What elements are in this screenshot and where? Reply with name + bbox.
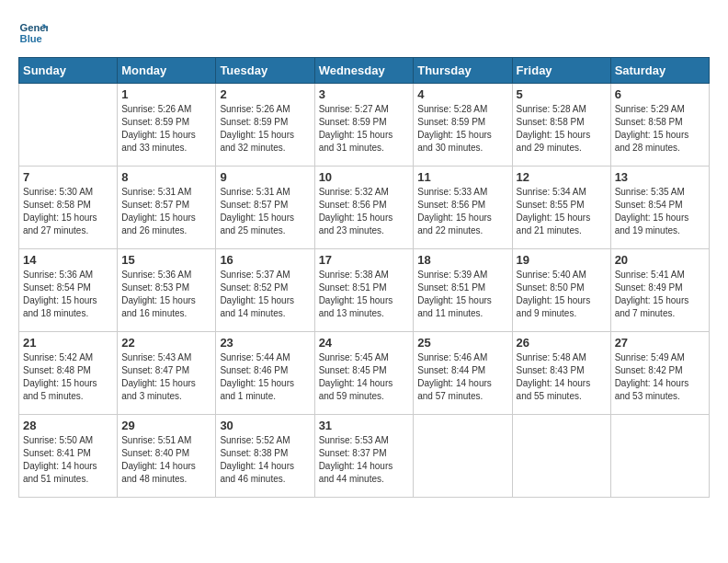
day-info: Sunrise: 5:39 AM Sunset: 8:51 PM Dayligh…: [417, 269, 507, 320]
calendar-cell: 9Sunrise: 5:31 AM Sunset: 8:57 PM Daylig…: [216, 167, 314, 249]
day-number: 19: [517, 253, 607, 267]
calendar-cell: 22Sunrise: 5:43 AM Sunset: 8:47 PM Dayli…: [118, 332, 216, 415]
day-info: Sunrise: 5:45 AM Sunset: 8:45 PM Dayligh…: [319, 351, 410, 403]
day-number: 2: [220, 87, 310, 101]
calendar-cell: 4Sunrise: 5:28 AM Sunset: 8:59 PM Daylig…: [414, 84, 512, 167]
calendar-cell: 18Sunrise: 5:39 AM Sunset: 8:51 PM Dayli…: [414, 249, 512, 332]
calendar-cell: 2Sunrise: 5:26 AM Sunset: 8:59 PM Daylig…: [216, 84, 314, 167]
calendar-cell: 8Sunrise: 5:31 AM Sunset: 8:57 PM Daylig…: [118, 167, 216, 249]
day-info: Sunrise: 5:44 AM Sunset: 8:46 PM Dayligh…: [220, 351, 310, 403]
day-info: Sunrise: 5:30 AM Sunset: 8:58 PM Dayligh…: [23, 186, 113, 237]
day-info: Sunrise: 5:52 AM Sunset: 8:38 PM Dayligh…: [220, 434, 310, 486]
day-number: 7: [23, 170, 113, 184]
day-number: 18: [417, 253, 507, 267]
svg-text:Blue: Blue: [20, 33, 42, 44]
day-info: Sunrise: 5:29 AM Sunset: 8:58 PM Dayligh…: [615, 103, 705, 155]
calendar-cell: 12Sunrise: 5:34 AM Sunset: 8:55 PM Dayli…: [512, 167, 610, 249]
day-number: 24: [319, 336, 410, 350]
day-info: Sunrise: 5:32 AM Sunset: 8:56 PM Dayligh…: [319, 186, 410, 237]
day-info: Sunrise: 5:35 AM Sunset: 8:54 PM Dayligh…: [615, 186, 705, 237]
day-number: 17: [319, 253, 410, 267]
day-number: 4: [417, 87, 507, 101]
calendar-cell: 13Sunrise: 5:35 AM Sunset: 8:54 PM Dayli…: [610, 167, 709, 249]
day-number: 11: [417, 170, 507, 184]
day-number: 28: [23, 419, 113, 432]
day-number: 13: [615, 170, 705, 184]
calendar-cell: 3Sunrise: 5:27 AM Sunset: 8:59 PM Daylig…: [314, 84, 414, 167]
calendar-cell: [512, 415, 610, 498]
day-info: Sunrise: 5:41 AM Sunset: 8:49 PM Dayligh…: [615, 269, 705, 320]
calendar-cell: 19Sunrise: 5:40 AM Sunset: 8:50 PM Dayli…: [512, 249, 610, 332]
day-info: Sunrise: 5:51 AM Sunset: 8:40 PM Dayligh…: [121, 434, 211, 486]
day-info: Sunrise: 5:49 AM Sunset: 8:42 PM Dayligh…: [615, 351, 705, 403]
day-info: Sunrise: 5:34 AM Sunset: 8:55 PM Dayligh…: [517, 186, 607, 237]
calendar-cell: 15Sunrise: 5:36 AM Sunset: 8:53 PM Dayli…: [118, 249, 216, 332]
calendar-cell: 25Sunrise: 5:46 AM Sunset: 8:44 PM Dayli…: [414, 332, 512, 415]
day-number: 23: [220, 336, 310, 350]
day-number: 9: [220, 170, 310, 184]
calendar-cell: [610, 415, 709, 498]
day-number: 21: [23, 336, 113, 350]
day-number: 31: [319, 419, 410, 432]
day-info: Sunrise: 5:36 AM Sunset: 8:53 PM Dayligh…: [121, 269, 211, 320]
day-info: Sunrise: 5:33 AM Sunset: 8:56 PM Dayligh…: [417, 186, 507, 237]
calendar-cell: 20Sunrise: 5:41 AM Sunset: 8:49 PM Dayli…: [610, 249, 709, 332]
day-number: 27: [615, 336, 705, 350]
day-number: 20: [615, 253, 705, 267]
calendar-cell: 21Sunrise: 5:42 AM Sunset: 8:48 PM Dayli…: [19, 332, 118, 415]
day-info: Sunrise: 5:38 AM Sunset: 8:51 PM Dayligh…: [319, 269, 410, 320]
day-number: 12: [517, 170, 607, 184]
calendar-cell: 14Sunrise: 5:36 AM Sunset: 8:54 PM Dayli…: [19, 249, 118, 332]
day-info: Sunrise: 5:37 AM Sunset: 8:52 PM Dayligh…: [220, 269, 310, 320]
weekday-header-friday: Friday: [512, 58, 610, 84]
weekday-header-wednesday: Wednesday: [314, 58, 414, 84]
day-info: Sunrise: 5:48 AM Sunset: 8:43 PM Dayligh…: [517, 351, 607, 403]
day-number: 5: [517, 87, 607, 101]
day-info: Sunrise: 5:28 AM Sunset: 8:58 PM Dayligh…: [517, 103, 607, 155]
calendar-cell: 23Sunrise: 5:44 AM Sunset: 8:46 PM Dayli…: [216, 332, 314, 415]
week-row-2: 7Sunrise: 5:30 AM Sunset: 8:58 PM Daylig…: [19, 167, 710, 249]
day-info: Sunrise: 5:26 AM Sunset: 8:59 PM Dayligh…: [220, 103, 310, 155]
day-number: 26: [517, 336, 607, 350]
calendar-cell: 27Sunrise: 5:49 AM Sunset: 8:42 PM Dayli…: [610, 332, 709, 415]
day-number: 30: [220, 419, 310, 432]
week-row-4: 21Sunrise: 5:42 AM Sunset: 8:48 PM Dayli…: [19, 332, 710, 415]
weekday-header-row: SundayMondayTuesdayWednesdayThursdayFrid…: [19, 58, 710, 84]
day-number: 10: [319, 170, 410, 184]
day-number: 29: [121, 419, 211, 432]
day-info: Sunrise: 5:43 AM Sunset: 8:47 PM Dayligh…: [121, 351, 211, 403]
calendar-cell: 29Sunrise: 5:51 AM Sunset: 8:40 PM Dayli…: [118, 415, 216, 498]
svg-text:General: General: [20, 22, 48, 33]
calendar-cell: 5Sunrise: 5:28 AM Sunset: 8:58 PM Daylig…: [512, 84, 610, 167]
day-info: Sunrise: 5:26 AM Sunset: 8:59 PM Dayligh…: [121, 103, 211, 155]
week-row-3: 14Sunrise: 5:36 AM Sunset: 8:54 PM Dayli…: [19, 249, 710, 332]
calendar-cell: 31Sunrise: 5:53 AM Sunset: 8:37 PM Dayli…: [314, 415, 414, 498]
day-info: Sunrise: 5:53 AM Sunset: 8:37 PM Dayligh…: [319, 434, 410, 486]
weekday-header-saturday: Saturday: [610, 58, 709, 84]
logo: General Blue: [18, 18, 48, 48]
calendar-cell: 7Sunrise: 5:30 AM Sunset: 8:58 PM Daylig…: [19, 167, 118, 249]
weekday-header-sunday: Sunday: [19, 58, 118, 84]
day-info: Sunrise: 5:31 AM Sunset: 8:57 PM Dayligh…: [220, 186, 310, 237]
day-number: 16: [220, 253, 310, 267]
calendar-cell: 6Sunrise: 5:29 AM Sunset: 8:58 PM Daylig…: [610, 84, 709, 167]
day-info: Sunrise: 5:27 AM Sunset: 8:59 PM Dayligh…: [319, 103, 410, 155]
day-number: 8: [121, 170, 211, 184]
calendar-cell: 30Sunrise: 5:52 AM Sunset: 8:38 PM Dayli…: [216, 415, 314, 498]
calendar-cell: [19, 84, 118, 167]
calendar-cell: 28Sunrise: 5:50 AM Sunset: 8:41 PM Dayli…: [19, 415, 118, 498]
calendar-cell: 10Sunrise: 5:32 AM Sunset: 8:56 PM Dayli…: [314, 167, 414, 249]
calendar-cell: 24Sunrise: 5:45 AM Sunset: 8:45 PM Dayli…: [314, 332, 414, 415]
day-info: Sunrise: 5:50 AM Sunset: 8:41 PM Dayligh…: [23, 434, 113, 486]
day-number: 6: [615, 87, 705, 101]
page-header: General Blue: [18, 18, 710, 48]
logo-icon: General Blue: [18, 18, 48, 48]
day-number: 3: [319, 87, 410, 101]
calendar-cell: 26Sunrise: 5:48 AM Sunset: 8:43 PM Dayli…: [512, 332, 610, 415]
day-info: Sunrise: 5:46 AM Sunset: 8:44 PM Dayligh…: [417, 351, 507, 403]
day-number: 15: [121, 253, 211, 267]
day-number: 14: [23, 253, 113, 267]
calendar-cell: 17Sunrise: 5:38 AM Sunset: 8:51 PM Dayli…: [314, 249, 414, 332]
calendar-cell: 11Sunrise: 5:33 AM Sunset: 8:56 PM Dayli…: [414, 167, 512, 249]
weekday-header-monday: Monday: [118, 58, 216, 84]
